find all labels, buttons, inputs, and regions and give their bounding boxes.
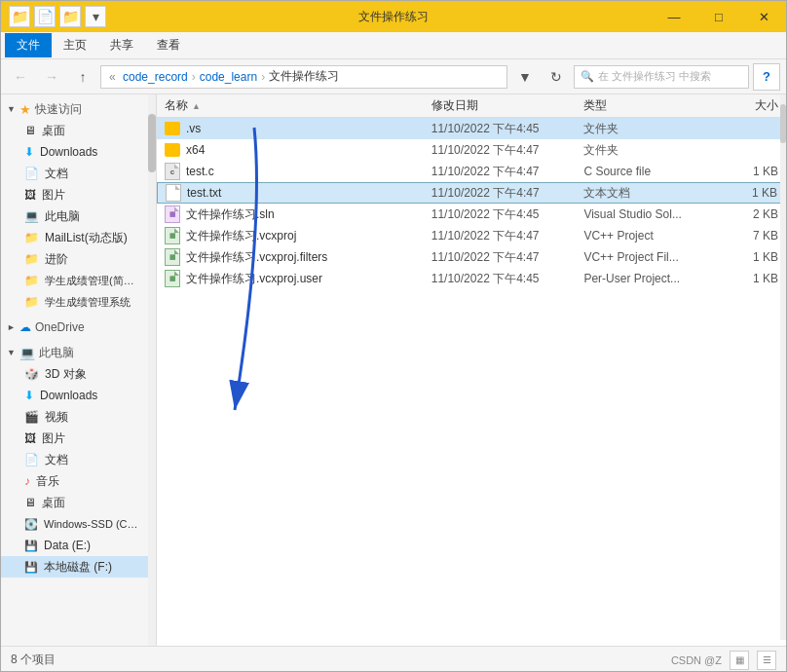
sidebar-label-3d: 3D 对象: [45, 366, 87, 383]
sidebar-label-grade1: 学生成绩管理(简…: [45, 274, 134, 288]
file-row-filters[interactable]: ▦ 文件操作练习.vcxproj.filters 11/10/2022 下午4:…: [157, 246, 786, 268]
back-button[interactable]: ←: [7, 63, 34, 91]
menu-view[interactable]: 查看: [145, 33, 192, 57]
docs-pc-icon: 📄: [24, 453, 39, 467]
app-icon-3: 📁: [59, 6, 81, 27]
status-count: 8 个项目: [11, 652, 56, 668]
window: 📁 📄 📁 ▾ 文件操作练习 — □ ✕ 文件 主页 共享 查看 ← → ↑ «…: [0, 0, 787, 672]
sln-file-icon: ▦: [165, 205, 180, 223]
col-header-name[interactable]: 名称 ▲: [157, 97, 424, 114]
app-icon-1: 📁: [9, 6, 30, 27]
3d-icon: 🎲: [24, 367, 39, 381]
sidebar-label-drive-c: Windows-SSD (C…: [44, 518, 138, 530]
file-row-x64[interactable]: x64 11/10/2022 下午4:47 文件夹: [157, 139, 786, 161]
sidebar-item-docs-quick[interactable]: 📄 文档: [1, 163, 156, 184]
menu-file[interactable]: 文件: [5, 33, 52, 57]
close-button[interactable]: ✕: [741, 1, 786, 32]
sidebar-label-this-pc-quick: 此电脑: [45, 208, 80, 225]
sidebar-item-maillist[interactable]: 📁 MailList(动态版): [1, 227, 156, 248]
quick-access-header[interactable]: ▼ ★ 快速访问: [1, 98, 156, 120]
minimize-button[interactable]: —: [652, 1, 696, 32]
nav-bar: ← → ↑ « code_record › code_learn › 文件操作练…: [1, 59, 786, 94]
sidebar-item-drive-f[interactable]: 💾 本地磁盘 (F:): [1, 556, 156, 578]
file-row-user[interactable]: ▦ 文件操作练习.vcxproj.user 11/10/2022 下午4:45 …: [157, 268, 786, 289]
onedrive-header[interactable]: ► ☁ OneDrive: [1, 317, 156, 338]
file-row-sln[interactable]: ▦ 文件操作练习.sln 11/10/2022 下午4:45 Visual St…: [157, 204, 786, 225]
sidebar-item-pics-quick[interactable]: 🖼 图片: [1, 184, 156, 205]
sidebar-scrollbar[interactable]: [148, 94, 156, 646]
menu-share[interactable]: 共享: [98, 33, 145, 57]
sidebar-item-docs-pc[interactable]: 📄 文档: [1, 449, 156, 470]
status-bar: 8 个项目 CSDN @Z ▦ ☰: [1, 646, 786, 672]
maximize-button[interactable]: □: [696, 1, 741, 32]
sidebar-label-pics-quick: 图片: [42, 187, 65, 204]
docs-quick-icon: 📄: [24, 167, 39, 180]
quick-access-label: 快速访问: [35, 101, 82, 118]
file-row-vs[interactable]: .vs 11/10/2022 下午4:45 文件夹: [157, 118, 786, 139]
file-row-testc[interactable]: c test.c 11/10/2022 下午4:47 C Source file…: [157, 161, 786, 182]
up-button[interactable]: ↑: [69, 63, 96, 91]
sidebar-label-drive-e: Data (E:): [44, 539, 91, 552]
sidebar-item-desktop-quick[interactable]: 🖥 桌面: [1, 120, 156, 141]
sidebar-item-grade2[interactable]: 📁 学生成绩管理系统: [1, 291, 156, 313]
grade2-icon: 📁: [24, 295, 39, 309]
video-icon: 🎬: [24, 410, 39, 424]
advanced-icon: 📁: [24, 252, 39, 266]
sidebar-label-downloads-quick: Downloads: [40, 145, 97, 159]
quick-access-section: ▼ ★ 快速访问 🖥 桌面 ⬇ Downloads 📄 文档 🖼: [1, 98, 156, 313]
sidebar-item-video[interactable]: 🎬 视频: [1, 406, 156, 428]
sidebar-label-downloads-pc: Downloads: [40, 389, 97, 402]
sidebar-item-drive-c[interactable]: 💽 Windows-SSD (C…: [1, 513, 156, 535]
desktop-pc-icon: 🖥: [24, 496, 36, 509]
folder-icon-x64: [165, 143, 180, 157]
grade1-icon: 📁: [24, 274, 39, 287]
app-icon-arrow: ▾: [85, 6, 106, 27]
filters-file-icon: ▦: [165, 248, 180, 266]
sidebar-scrollbar-thumb: [148, 114, 156, 172]
dropdown-button[interactable]: ▼: [511, 63, 539, 91]
sidebar-item-desktop-pc[interactable]: 🖥 桌面: [1, 492, 156, 513]
breadcrumb-code-learn[interactable]: code_learn: [200, 70, 257, 84]
desktop-quick-icon: 🖥: [24, 124, 36, 137]
view-icons-button[interactable]: ▦: [730, 651, 749, 670]
col-header-type[interactable]: 类型: [576, 97, 709, 114]
menu-home[interactable]: 主页: [52, 33, 98, 57]
sidebar-label-desktop-quick: 桌面: [42, 123, 65, 139]
col-header-size[interactable]: 大小: [710, 97, 786, 114]
title-bar-icons: 📁 📄 📁 ▾: [9, 6, 106, 27]
sidebar-item-3d[interactable]: 🎲 3D 对象: [1, 363, 156, 385]
sidebar-item-drive-e[interactable]: 💾 Data (E:): [1, 535, 156, 556]
forward-button[interactable]: →: [38, 63, 65, 91]
app-icon-2: 📄: [34, 6, 56, 27]
sidebar-item-this-pc-quick[interactable]: 💻 此电脑: [1, 205, 156, 227]
file-row-testtxt[interactable]: test.txt 11/10/2022 下午4:47 文本文档 1 KB: [157, 182, 786, 204]
pics-quick-icon: 🖼: [24, 188, 36, 202]
search-bar[interactable]: 🔍 在 文件操作练习 中搜索: [574, 65, 749, 89]
file-name-user: ▦ 文件操作练习.vcxproj.user: [157, 270, 424, 287]
this-pc-header[interactable]: ▼ 💻 此电脑: [1, 342, 156, 363]
refresh-button[interactable]: ↻: [543, 63, 570, 91]
watermark: CSDN @Z: [671, 654, 722, 666]
file-row-vcxproj[interactable]: ▦ 文件操作练习.vcxproj 11/10/2022 下午4:47 VC++ …: [157, 225, 786, 246]
breadcrumb[interactable]: « code_record › code_learn › 文件操作练习: [100, 65, 507, 89]
onedrive-section: ► ☁ OneDrive: [1, 317, 156, 338]
sidebar-label-desktop-pc: 桌面: [42, 495, 65, 511]
sidebar-label-drive-f: 本地磁盘 (F:): [44, 559, 112, 576]
sidebar-item-grade1[interactable]: 📁 学生成绩管理(简…: [1, 270, 156, 291]
breadcrumb-code-record[interactable]: code_record: [123, 70, 188, 84]
sidebar-item-advanced[interactable]: 📁 进阶: [1, 248, 156, 270]
sidebar-item-downloads-pc[interactable]: ⬇ Downloads: [1, 385, 156, 406]
this-pc-icon: 💻: [19, 346, 35, 360]
sidebar-item-music[interactable]: ♪ 音乐: [1, 470, 156, 492]
view-list-button[interactable]: ☰: [757, 651, 776, 670]
status-right: CSDN @Z ▦ ☰: [671, 651, 776, 670]
window-title: 文件操作练习: [358, 9, 429, 25]
sidebar-item-pics-pc[interactable]: 🖼 图片: [1, 428, 156, 449]
c-file-icon: c: [165, 163, 180, 180]
help-button[interactable]: ?: [753, 63, 780, 91]
right-scrollbar-thumb: [780, 104, 786, 143]
sidebar-label-docs-quick: 文档: [45, 166, 68, 182]
col-header-date[interactable]: 修改日期: [424, 97, 577, 114]
sidebar-item-downloads-quick[interactable]: ⬇ Downloads: [1, 141, 156, 163]
right-scrollbar[interactable]: [780, 94, 786, 640]
